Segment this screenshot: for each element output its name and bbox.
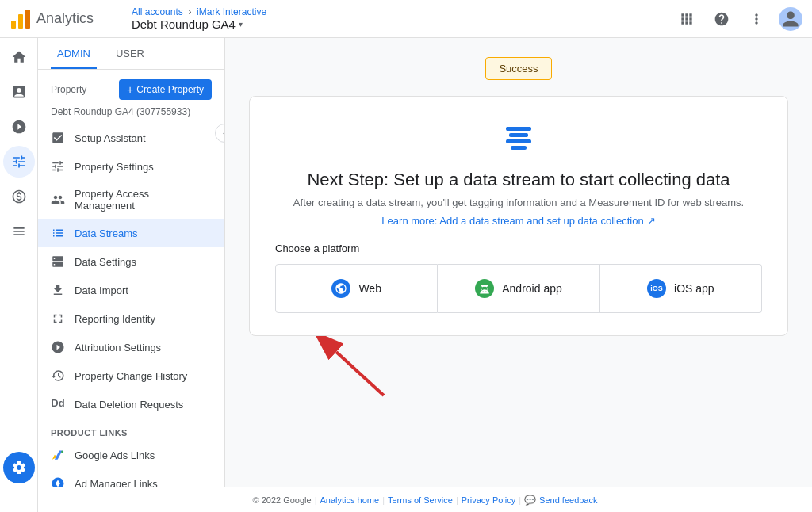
ios-platform-icon: iOS (647, 279, 666, 298)
stream-bar-3 (506, 139, 531, 143)
attribution-icon (51, 340, 65, 354)
menu-item-google-ads[interactable]: Google Ads Links (38, 441, 224, 469)
menu-label-property-settings: Property Settings (75, 161, 154, 173)
content-area: Success Next Step: Set up a data stream … (225, 38, 812, 512)
create-property-button[interactable]: + Create Property (119, 79, 212, 100)
menu-item-reporting-identity[interactable]: Reporting Identity (38, 304, 224, 333)
access-icon (51, 193, 65, 207)
chevron-down-icon: ▾ (239, 20, 243, 29)
tab-user[interactable]: USER (109, 38, 151, 69)
settings-gear-icon[interactable] (3, 452, 35, 483)
admin-user-tabs: ADMIN USER (38, 38, 224, 70)
menu-item-property-change-history[interactable]: Property Change History (38, 361, 224, 390)
menu-item-property-settings[interactable]: Property Settings (38, 152, 224, 181)
side-panel: ADMIN USER Property + Create Property De… (38, 38, 225, 512)
footer: © 2022 Google | Analytics home | Terms o… (38, 487, 812, 512)
more-options-icon[interactable] (744, 6, 769, 32)
menu-item-data-import[interactable]: Data Import (38, 276, 224, 304)
avatar[interactable] (779, 7, 802, 31)
stream-bar-2 (509, 133, 528, 137)
import-icon (51, 283, 65, 297)
breadcrumb: All accounts › iMark Interactive (132, 6, 674, 17)
topnav-actions (674, 6, 802, 32)
annotation-arrow-container (249, 336, 788, 399)
annotation-arrow (289, 336, 447, 399)
rail-reports-icon[interactable] (3, 76, 35, 108)
menu-label-data-deletion: Data Deletion Requests (75, 399, 183, 411)
property-display-name: Debt Roundup GA4 (307755933) (38, 103, 224, 124)
menu-item-property-access[interactable]: Property Access Management (38, 181, 224, 219)
platform-label: Choose a platform (275, 243, 762, 254)
web-platform-icon (331, 279, 350, 298)
platform-web-button[interactable]: Web (275, 264, 438, 313)
menu-item-attribution-settings[interactable]: Attribution Settings (38, 333, 224, 361)
app-name: Analytics (36, 10, 94, 27)
menu-label-google-ads: Google Ads Links (75, 449, 155, 461)
svg-rect-1 (18, 14, 23, 29)
menu-item-data-deletion[interactable]: Dd Data Deletion Requests (38, 390, 224, 418)
menu-item-data-settings[interactable]: Data Settings (38, 247, 224, 276)
menu-label-setup-assistant: Setup Assistant (75, 132, 146, 144)
platform-buttons: Web Android app iOS iOS app (275, 264, 762, 313)
stream-icon (500, 119, 538, 157)
svg-rect-2 (25, 10, 30, 29)
menu-label-data-streams: Data Streams (75, 227, 137, 239)
platform-section: Choose a platform Web Android app (275, 243, 762, 313)
property-selector[interactable]: Debt Roundup GA4 ▾ (132, 17, 674, 31)
menu-item-setup-assistant[interactable]: Setup Assistant (38, 124, 224, 152)
main-layout: ADMIN USER Property + Create Property De… (38, 38, 812, 512)
external-link-icon: ↗ (647, 215, 656, 227)
apps-icon[interactable] (674, 6, 699, 32)
stream-icon-container (275, 119, 762, 157)
streams-icon (51, 226, 65, 240)
analytics-home-link[interactable]: Analytics home (320, 495, 380, 505)
create-property-label: Create Property (136, 84, 204, 95)
rail-explore-icon[interactable] (3, 111, 35, 143)
stream-bar-1 (506, 127, 531, 131)
menu-item-data-streams[interactable]: Data Streams (38, 219, 224, 247)
app-logo: Analytics (10, 8, 106, 30)
property-name: Debt Roundup GA4 (132, 17, 236, 31)
stream-bar-4 (511, 146, 527, 150)
property-header: Property + Create Property (38, 70, 224, 103)
success-toast: Success (485, 57, 551, 80)
rail-home-icon[interactable] (3, 41, 35, 73)
learn-more-text: Learn more: Add a data stream and set up… (381, 215, 643, 227)
data-settings-icon (51, 254, 65, 269)
menu-label-attribution-settings: Attribution Settings (75, 342, 161, 353)
ios-platform-label: iOS app (674, 282, 714, 295)
next-step-title: Next Step: Set up a data stream to start… (275, 170, 762, 190)
reporting-icon (51, 311, 65, 326)
settings-icon (51, 159, 65, 174)
help-icon[interactable] (709, 6, 734, 32)
property-section-label: Property (51, 84, 86, 95)
privacy-link[interactable]: Privacy Policy (462, 495, 515, 505)
rail-advertising-icon[interactable] (3, 181, 35, 212)
rail-configure-icon[interactable] (3, 146, 35, 178)
history-icon (51, 369, 65, 383)
platform-ios-button[interactable]: iOS iOS app (600, 264, 762, 313)
android-platform-label: Android app (502, 282, 562, 295)
breadcrumb-prefix: All accounts (132, 6, 183, 17)
rail-more-icon[interactable] (3, 216, 35, 247)
svg-line-6 (336, 352, 384, 395)
terms-link[interactable]: Terms of Service (388, 495, 453, 505)
learn-more-link[interactable]: Learn more: Add a data stream and set up… (275, 215, 762, 227)
web-platform-label: Web (358, 282, 381, 295)
left-rail (0, 38, 38, 512)
feedback-link[interactable]: Send feedback (539, 495, 597, 505)
deletion-icon: Dd (51, 397, 65, 411)
svg-rect-0 (11, 21, 16, 29)
menu-label-data-import: Data Import (75, 285, 128, 296)
next-step-description: After creating a data stream, you'll get… (275, 197, 762, 208)
topnav: Analytics All accounts › iMark Interacti… (0, 0, 812, 38)
menu-label-reporting-identity: Reporting Identity (75, 313, 155, 325)
menu-label-property-access: Property Access Management (75, 188, 212, 212)
plus-icon: + (127, 83, 133, 96)
breadcrumb-account: iMark Interactive (197, 6, 266, 17)
platform-android-button[interactable]: Android app (438, 264, 599, 313)
feedback-icon: 💬 (524, 495, 536, 506)
next-step-card: Next Step: Set up a data stream to start… (249, 96, 788, 336)
tab-admin[interactable]: ADMIN (51, 38, 97, 69)
footer-copyright: © 2022 Google (253, 495, 312, 505)
